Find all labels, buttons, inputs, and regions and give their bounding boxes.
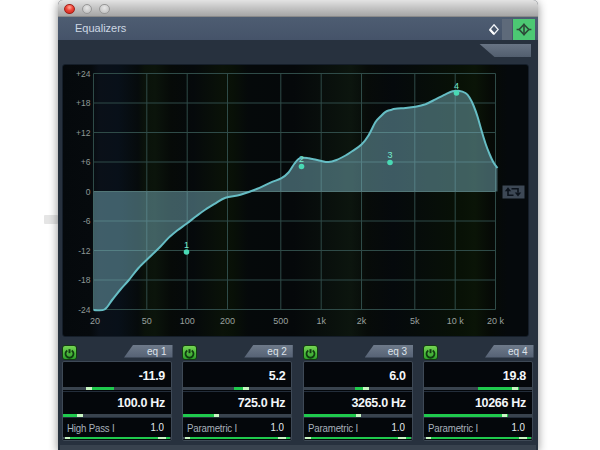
svg-text:+18: +18: [76, 98, 91, 108]
svg-text:20: 20: [89, 315, 99, 325]
svg-text:+12: +12: [76, 127, 91, 137]
svg-text:3: 3: [387, 150, 392, 160]
svg-text:2k: 2k: [356, 315, 366, 325]
svg-text:-18: -18: [78, 275, 91, 285]
svg-text:1: 1: [183, 239, 188, 249]
svg-text:500: 500: [273, 315, 288, 325]
svg-text:5k: 5k: [410, 315, 420, 325]
svg-text:-24: -24: [78, 304, 91, 314]
svg-text:10 k: 10 k: [446, 315, 464, 325]
svg-text:+24: +24: [76, 68, 91, 78]
svg-text:-6: -6: [82, 216, 90, 226]
svg-text:100: 100: [179, 315, 194, 325]
svg-text:4: 4: [453, 80, 458, 90]
svg-text:1k: 1k: [316, 315, 326, 325]
svg-text:2: 2: [298, 154, 303, 164]
svg-text:50: 50: [141, 315, 151, 325]
svg-text:-12: -12: [78, 245, 91, 255]
svg-text:+6: +6: [80, 157, 90, 167]
svg-text:20 k: 20 k: [486, 315, 504, 325]
svg-text:200: 200: [219, 315, 234, 325]
svg-text:0: 0: [85, 186, 90, 196]
